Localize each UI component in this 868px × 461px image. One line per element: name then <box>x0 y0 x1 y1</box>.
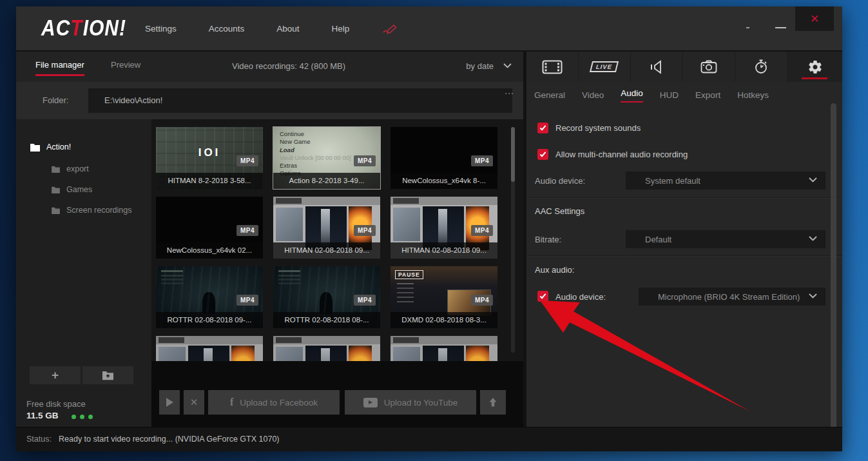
tab-hud[interactable]: HUD <box>660 90 679 100</box>
folder-row: Folder: E:\video\Action! ... <box>16 82 523 119</box>
bitrate-value: Default <box>645 235 671 244</box>
close-button[interactable]: ✕ <box>795 6 834 31</box>
upload-youtube-button[interactable]: Upload to YouTube <box>345 390 476 415</box>
tree-item-label: export <box>66 164 89 173</box>
titlebar: ACTION! Settings Accounts About Help ✕ <box>16 6 842 50</box>
tab-file-manager[interactable]: File manager <box>35 60 84 76</box>
record-system-sounds-checkbox[interactable] <box>537 123 548 133</box>
tab-audio[interactable]: Audio <box>621 88 643 103</box>
import-folder-button[interactable] <box>82 366 133 384</box>
tab-audio-mode[interactable] <box>631 52 683 82</box>
video-thumbnail[interactable]: PAUSE MP4 DXMD 02-08-2018 08-3... <box>391 266 497 328</box>
grid-toolbar-area: ✕ f Upload to Facebook Upload to YouTube <box>151 361 523 427</box>
recordings-summary: Video recordings: 42 (800 MB) <box>232 61 345 71</box>
upload-arrow-icon <box>488 397 498 407</box>
file-manager-body: Action! export Games Screen recordings + <box>16 119 523 427</box>
export-button[interactable] <box>480 390 506 415</box>
file-manager-header: File manager Preview Video recordings: 4… <box>16 52 523 82</box>
tab-settings-gear[interactable] <box>787 52 842 82</box>
facebook-icon: f <box>230 397 233 408</box>
video-thumbnail[interactable]: MP4 NewColossus_x64vk 8-... <box>391 127 497 189</box>
recordings-grid: IOI MP4 HITMAN 8-2-2018 3-58... Continue… <box>151 119 523 427</box>
aux-audio-device-label: Audio device: <box>555 292 606 302</box>
video-thumbnail[interactable] <box>156 336 263 361</box>
video-thumbnail[interactable]: MP4 HITMAN 02-08-2018 09... <box>273 197 380 259</box>
tree-item-export[interactable]: export <box>51 164 89 173</box>
video-thumbnail[interactable] <box>391 336 497 361</box>
format-badge: MP4 <box>354 155 376 166</box>
tab-live-streaming[interactable]: LIVE <box>579 52 631 82</box>
folder-label: Folder: <box>43 95 68 105</box>
aux-audio-device-dropdown[interactable]: Microphone (BRIO 4K Stream Edition) <box>639 288 825 306</box>
window-dot-icon[interactable] <box>746 27 749 28</box>
chevron-down-icon[interactable] <box>503 63 512 68</box>
menu-accounts[interactable]: Accounts <box>209 24 245 34</box>
tab-video[interactable]: Video <box>582 90 604 100</box>
settings-scrollbar[interactable] <box>831 103 836 429</box>
grid-scrollbar-thumb[interactable] <box>511 127 515 182</box>
action-app-window: ACTION! Settings Accounts About Help ✕ F… <box>16 6 842 451</box>
thumbnail-art <box>156 336 263 361</box>
check-icon <box>539 293 546 299</box>
minimize-button[interactable] <box>775 27 786 28</box>
audio-device-value: System default <box>645 176 700 186</box>
format-badge: MP4 <box>471 155 493 166</box>
tree-item-screen-recordings[interactable]: Screen recordings <box>51 206 131 215</box>
multi-channel-checkbox[interactable] <box>537 149 548 160</box>
sort-by-dropdown[interactable]: by date <box>466 61 494 71</box>
folder-icon <box>51 186 61 193</box>
video-thumbnail[interactable]: MP4 HITMAN 02-08-2018 09... <box>391 197 497 259</box>
bitrate-dropdown[interactable]: Default <box>626 230 825 248</box>
menu-about[interactable]: About <box>276 24 299 34</box>
tab-preview[interactable]: Preview <box>111 60 140 70</box>
tab-benchmark[interactable] <box>735 52 787 82</box>
mode-icon-tabs: LIVE <box>526 52 842 82</box>
video-thumbnail[interactable] <box>273 336 380 361</box>
format-badge: MP4 <box>236 295 258 306</box>
thumbnail-art <box>273 336 380 361</box>
free-disk-space-value: 11.5 GB <box>26 411 59 420</box>
settings-panel: LIVE <box>526 52 842 427</box>
tab-recordings-icon[interactable] <box>526 52 579 82</box>
audio-device-label: Audio device: <box>535 176 585 186</box>
menu-settings[interactable]: Settings <box>145 24 177 34</box>
tree-item-label: Action! <box>46 142 71 152</box>
tab-hotkeys[interactable]: Hotkeys <box>737 90 769 100</box>
tree-item-action[interactable]: Action! <box>30 142 71 152</box>
delete-button[interactable]: ✕ <box>184 390 204 415</box>
tab-export[interactable]: Export <box>695 90 720 100</box>
tree-item-games[interactable]: Games <box>51 185 92 194</box>
video-thumbnail[interactable]: MP4 NewColossus_x64vk 02... <box>156 197 263 259</box>
multi-channel-label: Allow multi-channel audio recording <box>555 150 688 159</box>
tab-screenshot[interactable] <box>683 52 735 82</box>
thumbnail-title: NewColossus_x64vk 02... <box>156 242 263 259</box>
video-thumbnail[interactable]: MP4 ROTTR 02-08-2018 08-... <box>273 266 380 328</box>
thumbnail-area: IOI MP4 HITMAN 8-2-2018 3-58... Continue… <box>151 119 523 361</box>
add-folder-button[interactable]: + <box>30 366 81 384</box>
thumbnail-title: HITMAN 02-08-2018 09... <box>391 242 497 259</box>
active-tab-underline <box>802 77 827 79</box>
grid-scrollbar[interactable] <box>511 127 515 353</box>
video-thumbnail[interactable]: IOI MP4 HITMAN 8-2-2018 3-58... <box>156 127 263 189</box>
menu-help[interactable]: Help <box>332 24 350 34</box>
thumbnail-title: ROTTR 02-08-2018 09-... <box>156 312 263 328</box>
aux-audio-device-checkbox[interactable] <box>537 291 548 302</box>
youtube-icon <box>363 398 378 407</box>
thumbnail-title: NewColossus_x64vk 8-... <box>391 173 497 189</box>
folder-up-icon <box>102 371 114 380</box>
browse-folder-button[interactable]: ... <box>505 86 514 96</box>
play-icon <box>166 398 173 407</box>
play-button[interactable] <box>159 390 180 415</box>
camera-icon <box>700 60 717 74</box>
upload-youtube-label: Upload to YouTube <box>384 398 458 407</box>
video-thumbnail[interactable]: Continue New Game Load Vault Unlock [00 … <box>273 127 380 189</box>
pen-tool-icon[interactable] <box>381 22 401 35</box>
folder-tree: Action! export Games Screen recordings + <box>16 119 151 427</box>
chevron-down-icon <box>809 177 817 182</box>
thumbnail-title: HITMAN 8-2-2018 3-58... <box>156 173 263 189</box>
tab-general[interactable]: General <box>534 90 565 100</box>
audio-device-dropdown[interactable]: System default <box>626 172 825 190</box>
upload-facebook-button[interactable]: f Upload to Facebook <box>208 390 340 415</box>
video-thumbnail[interactable]: MP4 ROTTR 02-08-2018 09-... <box>156 266 263 328</box>
folder-path-input[interactable]: E:\video\Action! <box>88 88 512 113</box>
